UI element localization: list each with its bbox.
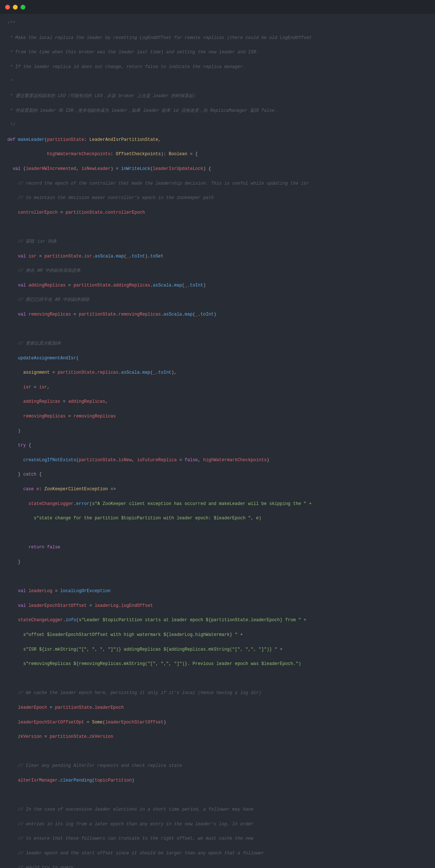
close-button[interactable] [5, 5, 10, 10]
titlebar [0, 0, 435, 14]
maximize-button[interactable] [21, 5, 25, 10]
minimize-button[interactable] [13, 5, 18, 10]
editor-window: /** * Make the local replica the leader … [0, 0, 435, 868]
code-editor[interactable]: /** * Make the local replica the leader … [0, 14, 435, 868]
